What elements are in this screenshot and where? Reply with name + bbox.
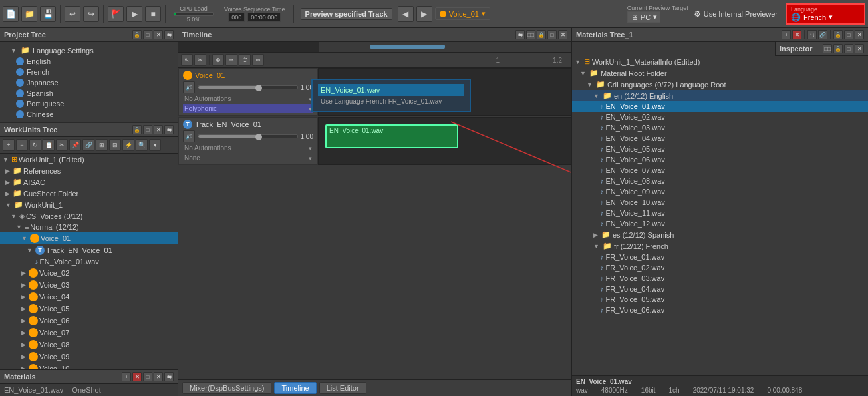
wu-item-voice06[interactable]: ▶ Voice_06 [0, 315, 178, 327]
mt-en-voice12[interactable]: ♪ EN_Voice_12.wav [572, 218, 868, 229]
mt-en-section[interactable]: ▼ 📁 en (12/12) English [572, 90, 868, 101]
language-select[interactable]: 🌐 French ▾ [791, 13, 860, 22]
redo-button[interactable]: ↪ [83, 6, 99, 22]
mt-crilanguages[interactable]: ▼ 📁 CriLanguages (0/72) Language Root [572, 79, 868, 90]
mt-en-voice03[interactable]: ♪ EN_Voice_03.wav [572, 122, 868, 133]
wu-item-voice07[interactable]: ▶ Voice_07 [0, 327, 178, 339]
project-tree-dock[interactable]: □ [143, 30, 152, 39]
save-button[interactable]: 💾 [40, 6, 56, 22]
popup-item-1[interactable]: EN_Voice_01.wav [318, 84, 464, 96]
wu-btn-6[interactable]: 📌 [69, 139, 81, 151]
insp-close[interactable]: ✕ [855, 44, 864, 53]
wu-item-workunit[interactable]: ▼ ⊞ WorkUnit_1 (Edited) [0, 154, 178, 165]
wu-item-voice04[interactable]: ▶ Voice_04 [0, 291, 178, 303]
language-settings-folder[interactable]: ▼ 📁 Language Settings [0, 45, 178, 56]
mat-add-btn[interactable]: + [122, 372, 131, 381]
mt-fr-voice02[interactable]: ♪ FR_Voice_02.wav [572, 262, 868, 273]
tab-mixer[interactable]: Mixer(DspBusSettings) [182, 382, 271, 394]
wu-btn-5[interactable]: ✂ [56, 139, 68, 151]
cpt-select[interactable]: 🖥 PC ▾ [627, 11, 660, 23]
wu-btn-4[interactable]: 📋 [43, 139, 55, 151]
timeline-scrollbar[interactable] [178, 42, 571, 53]
wu-item-voice08[interactable]: ▶ Voice_08 [0, 339, 178, 351]
tl-select-tool[interactable]: ↖ [181, 54, 193, 66]
wu-item-en-wav[interactable]: ♪ EN_Voice_01.wav [0, 256, 178, 267]
wu-item-track-en[interactable]: ▼ T Track_EN_Voice_01 [0, 244, 178, 256]
mt-fr-voice01[interactable]: ♪ FR_Voice_01.wav [572, 252, 868, 262]
lang-item-japanese[interactable]: Japanese [0, 77, 178, 88]
mt-root-folder[interactable]: ▼ 📁 Material Root Folder [572, 67, 868, 79]
mt-en-voice05[interactable]: ♪ EN_Voice_05.wav [572, 144, 868, 154]
tl-btn5[interactable]: ⏱ [239, 54, 251, 66]
mth-del[interactable]: ✕ [792, 30, 801, 39]
mth-lock[interactable]: 🔒 [833, 30, 843, 39]
mt-en-voice09[interactable]: ♪ EN_Voice_09.wav [572, 186, 868, 197]
project-tree-close[interactable]: ✕ [154, 30, 163, 39]
popup-item-2[interactable]: Use Language French FR_Voice_01.wav [318, 96, 464, 107]
mth-link[interactable]: 🔗 [818, 30, 827, 39]
mat-close[interactable]: ✕ [154, 372, 163, 381]
mth-close[interactable]: ✕ [855, 30, 864, 39]
mt-en-voice02[interactable]: ♪ EN_Voice_02.wav [572, 112, 868, 122]
new-button[interactable]: 📄 [3, 6, 19, 22]
mt-en-voice01[interactable]: ♪ EN_Voice_01.wav [572, 101, 868, 112]
wu-expand[interactable]: ⇆ [164, 125, 174, 134]
lang-item-chinese[interactable]: Chinese [0, 109, 178, 120]
wu-btn-8[interactable]: ⊞ [96, 139, 108, 151]
project-tree-lock[interactable]: 🔒 [132, 30, 142, 39]
mth-dock[interactable]: □ [844, 30, 853, 39]
mt-en-voice10[interactable]: ♪ EN_Voice_10.wav [572, 197, 868, 208]
tl-btn6[interactable]: ∞ [252, 54, 264, 66]
mat-del-btn[interactable]: ✕ [132, 372, 142, 381]
lang-item-french[interactable]: French [0, 67, 178, 77]
wu-btn-3[interactable]: ↻ [29, 139, 41, 151]
mth-add[interactable]: + [782, 30, 791, 39]
mt-fr-voice05[interactable]: ♪ FR_Voice_05.wav [572, 294, 868, 305]
wu-btn-11[interactable]: 🔍 [136, 139, 148, 151]
tab-list-editor[interactable]: List Editor [319, 382, 366, 394]
wu-item-voice09[interactable]: ▶ Voice_09 [0, 351, 178, 363]
wu-item-voice01[interactable]: ▼ Voice_01 [0, 232, 178, 244]
project-tree-expand[interactable]: ⇆ [164, 30, 174, 39]
track-select-dropdown[interactable]: Voice_01 ▾ [435, 7, 490, 20]
wu-btn-12[interactable]: ▾ [149, 139, 161, 151]
wu-item-voice02[interactable]: ▶ Voice_02 [0, 267, 178, 279]
wu-add-btn[interactable]: + [3, 139, 15, 151]
tl-icon2[interactable]: □□ [526, 30, 535, 39]
insp-lock[interactable]: 🔒 [833, 44, 843, 53]
mt-fr-section[interactable]: ▼ 📁 fr (12/12) French [572, 240, 868, 252]
undo-button[interactable]: ↩ [65, 6, 80, 22]
vol-slider-en[interactable] [198, 134, 298, 138]
mat-expand[interactable]: ⇆ [164, 372, 174, 381]
wu-del-btn[interactable]: − [16, 139, 28, 151]
wu-dock[interactable]: □ [143, 125, 152, 134]
lang-item-spanish[interactable]: Spanish [0, 88, 178, 99]
next-track-btn[interactable]: ▶ [416, 6, 432, 22]
wu-item-voice05[interactable]: ▶ Voice_05 [0, 303, 178, 315]
insp-dock[interactable]: □ [844, 44, 853, 53]
wu-btn-7[interactable]: 🔗 [82, 139, 94, 151]
wu-btn-9[interactable]: ⊟ [109, 139, 121, 151]
wu-close[interactable]: ✕ [154, 125, 163, 134]
tab-timeline[interactable]: Timeline [274, 382, 316, 394]
open-button[interactable]: 📁 [21, 6, 37, 22]
tl-lock[interactable]: 🔒 [537, 30, 546, 39]
lang-item-portuguese[interactable]: Portuguese [0, 99, 178, 109]
prev-track-btn[interactable]: ◀ [398, 6, 414, 22]
mt-fr-voice06[interactable]: ♪ FR_Voice_06.wav [572, 305, 868, 315]
mt-en-voice08[interactable]: ♪ EN_Voice_08.wav [572, 176, 868, 186]
mt-en-voice06[interactable]: ♪ EN_Voice_06.wav [572, 154, 868, 165]
mt-en-voice11[interactable]: ♪ EN_Voice_11.wav [572, 208, 868, 218]
mt-es-section[interactable]: ▶ 📁 es (12/12) Spanish [572, 229, 868, 240]
play-button[interactable]: ▶ [126, 6, 142, 22]
wu-lock[interactable]: 🔒 [132, 125, 142, 134]
wu-item-cuesheet[interactable]: ▶ 📁 CueSheet Folder [0, 188, 178, 199]
mth-sort[interactable]: ↑↓ [807, 30, 817, 39]
tl-btn4[interactable]: ⇒ [225, 54, 237, 66]
tl-btn3[interactable]: ⊕ [212, 54, 224, 66]
wu-item-cs-voices[interactable]: ▼ ◈ CS_Voices (0/12) [0, 210, 178, 222]
tl-edit-tool[interactable]: ✂ [194, 54, 206, 66]
vol-slider-v01[interactable] [198, 85, 298, 89]
tl-close[interactable]: ✕ [558, 30, 567, 39]
wu-item-aisac[interactable]: ▶ 📁 AISAC [0, 176, 178, 188]
